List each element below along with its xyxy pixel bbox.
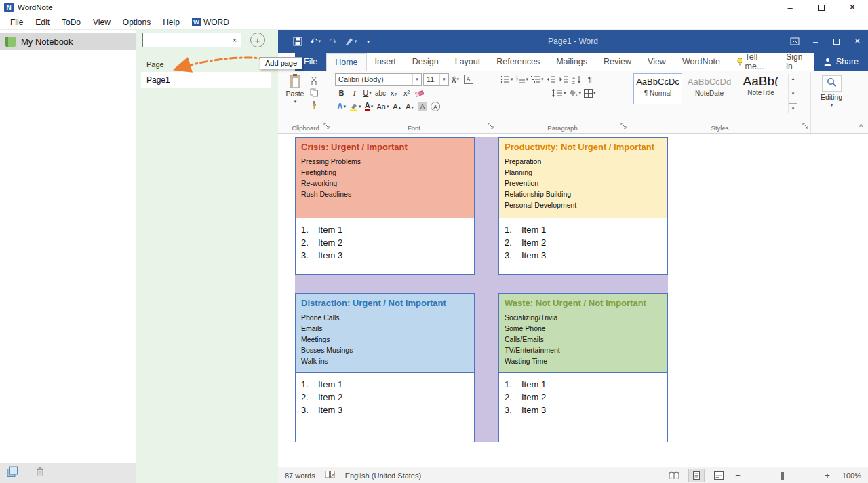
tab-home[interactable]: Home [326, 53, 366, 71]
word-restore-button[interactable] [826, 30, 847, 53]
style-notetitle[interactable]: AaBb( NoteTitle [736, 73, 785, 104]
maximize-button[interactable] [806, 0, 837, 15]
align-center-button[interactable] [512, 87, 525, 99]
ink-gesture-button[interactable]: ▾ [342, 33, 359, 50]
paragraph-dialog-launcher[interactable] [620, 121, 627, 131]
quadrant-item[interactable]: Pressing Problems [301, 156, 469, 167]
editing-group[interactable]: Editing ▾ [811, 72, 852, 133]
bullets-button[interactable]: ▾ [499, 73, 515, 85]
quadrant-item[interactable]: Firefighting [301, 167, 469, 178]
quadrant-title[interactable]: Crisis: Urgent / Important [301, 142, 469, 152]
tab-insert[interactable]: Insert [367, 53, 404, 71]
close-button[interactable]: × [837, 0, 868, 15]
proofing-icon[interactable] [325, 470, 336, 480]
quadrant-item[interactable]: Emails [301, 323, 469, 334]
tab-references[interactable]: References [488, 53, 548, 71]
subscript-button[interactable]: x₂ [387, 87, 400, 99]
quadrant-item[interactable]: Planning [505, 167, 662, 178]
shading-button[interactable]: ▾ [568, 87, 583, 99]
quadrant-title[interactable]: Waste: Not Urgent / Not Important [505, 298, 662, 308]
tab-wordnote[interactable]: WordNote [674, 53, 728, 71]
save-button[interactable] [289, 33, 307, 50]
borders-button[interactable]: ▾ [583, 87, 597, 99]
list-item[interactable]: 2.Item 2 [301, 236, 474, 249]
quadrant-item[interactable]: Meetings [301, 334, 469, 345]
add-page-button[interactable]: + [250, 33, 265, 47]
list-item[interactable]: 1.Item 1 [505, 378, 667, 391]
zoom-slider-thumb[interactable] [781, 472, 784, 480]
quadrant-distraction-header[interactable]: Distraction: Urgent / Not Important Phon… [295, 293, 475, 373]
notebook-item[interactable]: My Notebook [0, 33, 136, 50]
quadrant-distraction-list[interactable]: 1.Item 1 2.Item 2 3.Item 3 [295, 373, 475, 442]
list-item[interactable]: 3.Item 3 [301, 404, 474, 417]
list-item[interactable]: 2.Item 2 [505, 236, 667, 249]
format-painter-button[interactable] [310, 100, 319, 110]
font-dialog-launcher[interactable] [488, 121, 494, 131]
tab-mailings[interactable]: Mailings [548, 53, 595, 71]
enclose-characters-button[interactable]: A [429, 100, 442, 113]
menu-file[interactable]: File [4, 18, 29, 27]
ribbon-display-options-button[interactable] [784, 30, 805, 53]
quadrant-title[interactable]: Productivity: Not Urgent / Important [505, 142, 662, 152]
shrink-font-button[interactable]: A▾ [403, 100, 416, 113]
change-case-button[interactable]: Aa▾ [376, 100, 391, 113]
language-status[interactable]: English (United States) [345, 471, 422, 480]
list-item[interactable]: 2.Item 2 [505, 391, 667, 404]
quadrant-crisis-list[interactable]: 1.Item 1 2.Item 2 3.Item 3 [295, 218, 475, 275]
web-layout-button[interactable] [711, 469, 727, 482]
show-hide-marks-button[interactable]: ¶ [584, 73, 597, 85]
quadrant-productivity-list[interactable]: 1.Item 1 2.Item 2 3.Item 3 [498, 218, 668, 275]
read-mode-button[interactable] [666, 469, 682, 482]
zoom-out-button[interactable]: − [733, 470, 743, 480]
eisenhower-matrix-page[interactable]: Crisis: Urgent / Important Pressing Prob… [295, 137, 668, 442]
bold-button[interactable]: B [335, 87, 348, 99]
quadrant-item[interactable]: Wasting Time [505, 355, 662, 366]
cut-button[interactable] [310, 75, 319, 85]
zoom-in-button[interactable]: + [823, 470, 832, 480]
copy-button[interactable] [310, 88, 319, 98]
quadrant-item[interactable]: Relationship Building [505, 189, 662, 199]
zoom-level[interactable]: 100% [838, 471, 861, 480]
list-item[interactable]: 1.Item 1 [301, 378, 474, 391]
character-shading-button[interactable]: A [416, 100, 429, 113]
tab-review[interactable]: Review [595, 53, 639, 71]
styles-dialog-launcher[interactable] [802, 121, 808, 131]
font-color-button[interactable]: A▾ [363, 100, 376, 113]
quadrant-item[interactable]: Bosses Musings [301, 345, 469, 355]
styles-scroll-down-icon[interactable]: ▾ [789, 89, 797, 98]
strikethrough-button[interactable]: abc [374, 87, 387, 99]
highlight-button[interactable]: ▾ [348, 100, 363, 113]
page-item-page1[interactable]: Page1 [141, 72, 271, 88]
align-right-button[interactable] [525, 87, 538, 99]
notebook-stack-icon[interactable] [7, 466, 18, 480]
superscript-button[interactable]: x² [400, 87, 413, 99]
list-item[interactable]: 3.Item 3 [505, 249, 667, 262]
character-border-button[interactable]: A [462, 73, 475, 85]
paste-button[interactable]: Paste ▾ [282, 73, 308, 110]
undo-button[interactable]: ↶▾ [307, 33, 324, 50]
increase-indent-button[interactable] [558, 73, 571, 85]
search-input[interactable] [143, 35, 229, 45]
italic-button[interactable]: I [348, 87, 361, 99]
quadrant-item[interactable]: TV/Entertainment [505, 345, 662, 355]
minimize-button[interactable]: – [774, 0, 806, 15]
style-normal[interactable]: AaBbCcDc ¶ Normal [633, 73, 682, 104]
menu-word[interactable]: W WORD [186, 18, 235, 27]
quadrant-item[interactable]: Preparation [505, 156, 662, 167]
quadrant-waste-list[interactable]: 1.Item 1 2.Item 2 3.Item 3 [498, 373, 668, 442]
quadrant-productivity-header[interactable]: Productivity: Not Urgent / Important Pre… [498, 137, 668, 218]
font-name-select[interactable]: Calibri (Body) ▾ [335, 73, 422, 86]
menu-view[interactable]: View [87, 18, 117, 27]
menu-help[interactable]: Help [157, 18, 186, 27]
tell-me-box[interactable]: Tell me... [728, 53, 776, 71]
decrease-indent-button[interactable] [545, 73, 558, 85]
collapse-ribbon-button[interactable]: ^ [859, 123, 863, 131]
styles-scroll-up-icon[interactable]: ▴ [789, 74, 797, 83]
quadrant-item[interactable]: Walk-ins [301, 355, 469, 366]
quadrant-item[interactable]: Re-working [301, 178, 469, 189]
quadrant-item[interactable]: Personal Development [505, 199, 662, 210]
menu-edit[interactable]: Edit [29, 18, 56, 27]
quadrant-item[interactable]: Prevention [505, 178, 662, 189]
quadrant-item[interactable]: Phone Calls [301, 312, 469, 323]
tab-layout[interactable]: Layout [447, 53, 489, 71]
